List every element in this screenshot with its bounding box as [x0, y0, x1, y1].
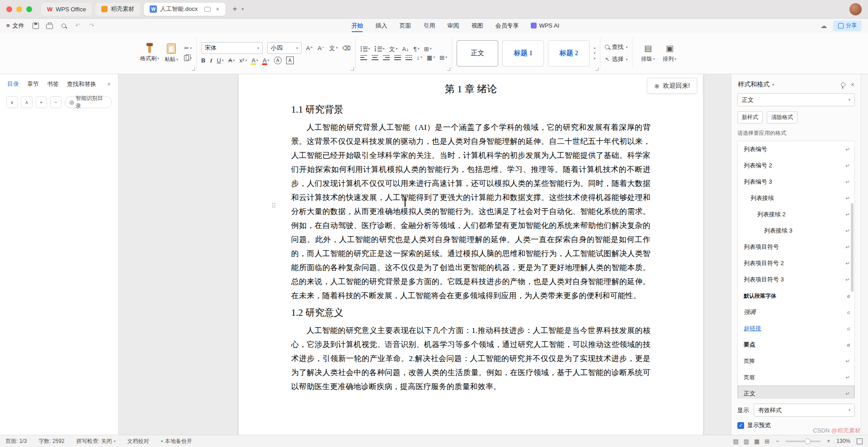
tab-home[interactable]: 开始	[351, 19, 363, 33]
find-button[interactable]: 查找 ▾	[605, 43, 627, 51]
font-color-button[interactable]: A▾	[263, 57, 269, 63]
tab-document[interactable]: W 人工智能.docx ×	[144, 3, 225, 16]
share-button[interactable]: 分享	[833, 20, 862, 31]
tab-list-chevron-icon[interactable]: ▾	[241, 7, 244, 11]
tab-wps-office[interactable]: W WPS Office	[41, 3, 92, 16]
superscript-button[interactable]: x²▾	[240, 57, 247, 63]
file-menu-button[interactable]: ≡ 文件	[6, 22, 24, 30]
strikethrough-button[interactable]: A▾	[228, 57, 235, 63]
copy-button[interactable]: ▾	[184, 55, 192, 61]
style-item-list-bullet-3[interactable]: 列表项目符号 3↵	[738, 271, 854, 288]
tab-contents[interactable]: 目录	[7, 80, 19, 88]
align-right-button[interactable]	[383, 55, 390, 60]
decrease-font-button[interactable]: A⁻	[318, 45, 325, 51]
tab-member[interactable]: 会员专享	[495, 19, 519, 33]
sort-button[interactable]: A↓	[402, 46, 409, 52]
find-button[interactable]	[60, 22, 68, 30]
shading-button[interactable]: ▦▾	[427, 55, 435, 61]
zoom-window-button[interactable]	[26, 6, 32, 12]
style-item-list-number-3[interactable]: 列表编号 3↵	[738, 174, 854, 190]
tab-find-replace[interactable]: 查找和替换	[67, 80, 96, 88]
style-item-list-continue-3[interactable]: 列表接续 3↵	[738, 223, 854, 239]
paragraph-research-background[interactable]: 人工智能的研究背景人工智能（AI）是一个涵盖了多个学科的领域，它的研究和发展有着…	[291, 120, 651, 303]
style-heading-2[interactable]: 标题 2	[548, 40, 590, 67]
tab-review[interactable]: 审阅	[447, 19, 459, 33]
zoom-level[interactable]: 130%	[836, 438, 850, 444]
styles-dialog-launcher[interactable]	[595, 67, 599, 71]
align-center-button[interactable]	[372, 55, 378, 60]
clear-format-button[interactable]: ⌫	[342, 45, 350, 51]
borders-button[interactable]: ⊞▾	[439, 55, 447, 61]
document-canvas[interactable]: 第 1 章 绪论 1.1 研究背景 人工智能的研究背景人工智能（AI）是一个涵盖…	[118, 74, 731, 435]
italic-button[interactable]: I	[210, 57, 212, 63]
collapse-all-button[interactable]: ∨	[6, 96, 18, 108]
style-item-list-number[interactable]: 列表编号↵	[738, 141, 854, 157]
paste-button[interactable]: 粘贴▾	[160, 38, 182, 68]
user-avatar[interactable]	[849, 3, 862, 15]
arrange-button[interactable]: ▣ 排列▾	[659, 38, 680, 68]
show-marks-button[interactable]: ¶▾	[414, 46, 420, 52]
undo-button[interactable]: ↶	[74, 22, 82, 30]
bullet-list-button[interactable]: ▾	[360, 46, 370, 52]
style-item-footer[interactable]: 页脚↵	[738, 353, 854, 369]
typeset-button[interactable]: ▤ 排版▾	[637, 38, 659, 68]
pin-panel-icon[interactable]	[841, 82, 845, 87]
section-heading-1[interactable]: 1.1 研究背景	[291, 103, 651, 116]
tab-references[interactable]: 引用	[423, 19, 435, 33]
tab-insert[interactable]: 插入	[375, 19, 387, 33]
paragraph-research-significance[interactable]: 人工智能的研究意义主要表现在以下几个方面：1.推动科技进步：人工智能是当今世界科…	[291, 323, 651, 394]
style-item-list-bullet-2[interactable]: 列表项目符号 2↵	[738, 255, 854, 271]
paragraph-dialog-launcher[interactable]	[447, 67, 450, 71]
chapter-title[interactable]: 第 1 章 绪论	[291, 82, 651, 96]
current-style-select[interactable]: 正文 ▾	[737, 93, 855, 106]
style-item-emphasis[interactable]: 强调a	[738, 304, 854, 320]
tab-bookmarks[interactable]: 书签	[47, 80, 59, 88]
distribute-button[interactable]	[406, 55, 412, 60]
style-body-text[interactable]: 正文	[457, 40, 498, 67]
smart-toc-button[interactable]: ◎ 智能识别目录	[65, 96, 112, 108]
style-item-list-bullet[interactable]: 列表项目符号↵	[738, 239, 854, 255]
view-grid-button[interactable]: ⊞	[764, 438, 769, 445]
zoom-slider[interactable]	[785, 441, 821, 442]
show-preview-checkbox[interactable]: ✓	[737, 422, 744, 429]
tab-wps-ai[interactable]: WPS AI	[531, 19, 559, 33]
page-indicator[interactable]: 页面: 1/3	[5, 437, 27, 445]
backup-status[interactable]: ● 本地备份开	[160, 437, 192, 445]
expand-all-button[interactable]: ∧	[21, 96, 32, 108]
insert-table-button[interactable]: ⊞▾	[424, 46, 432, 52]
view-print-button[interactable]: ▦	[754, 438, 760, 445]
section-heading-2[interactable]: 1.2 研究意义	[291, 306, 651, 319]
close-tab-icon[interactable]: ×	[216, 5, 219, 13]
cjk-layout-button[interactable]: 文▾	[389, 46, 398, 52]
style-heading-1[interactable]: 标题 1	[502, 40, 544, 67]
style-item-body-text[interactable]: 正文↵	[738, 385, 854, 399]
close-window-button[interactable]	[6, 6, 12, 12]
character-border-button[interactable]: A	[286, 57, 294, 64]
font-family-select[interactable]: 宋体 ▾	[201, 42, 263, 54]
gallery-scroll-down-icon[interactable]: ▾	[594, 51, 595, 55]
underline-button[interactable]: U▾	[217, 57, 223, 63]
comment-bubble-icon[interactable]	[204, 7, 211, 12]
tab-view[interactable]: 视图	[471, 19, 483, 33]
print-button[interactable]	[46, 22, 54, 30]
tab-page[interactable]: 页面	[399, 19, 411, 33]
zoom-out-button[interactable]: −	[776, 438, 779, 444]
style-item-list-continue-2[interactable]: 列表接续 2↵	[738, 206, 854, 223]
tab-rice-material[interactable]: 稻壳素材	[95, 3, 140, 16]
text-effects-button[interactable]: 文▾	[329, 45, 338, 51]
bold-button[interactable]: B	[201, 57, 205, 63]
style-item-header[interactable]: 页眉↵	[738, 369, 854, 385]
increase-font-button[interactable]: A⁺	[306, 45, 313, 51]
cut-button[interactable]: ✂▾	[184, 45, 192, 51]
display-filter-select[interactable]: 有效样式 ▾	[754, 404, 855, 417]
add-level-button[interactable]: +	[36, 96, 47, 108]
justify-button[interactable]	[394, 55, 401, 60]
close-panel-icon[interactable]: ×	[851, 81, 854, 88]
gallery-scroll-up-icon[interactable]: ▴	[594, 46, 595, 50]
document-page[interactable]: 第 1 章 绪论 1.1 研究背景 人工智能的研究背景人工智能（AI）是一个涵盖…	[239, 74, 703, 435]
line-spacing-button[interactable]: ↕▾	[417, 55, 423, 61]
word-count[interactable]: 字数: 2592	[38, 437, 64, 445]
numbered-list-button[interactable]: ▾	[375, 46, 385, 52]
styles-list-scrollbar[interactable]	[851, 203, 854, 292]
select-button[interactable]: ↖ 选择 ▾	[605, 55, 627, 63]
